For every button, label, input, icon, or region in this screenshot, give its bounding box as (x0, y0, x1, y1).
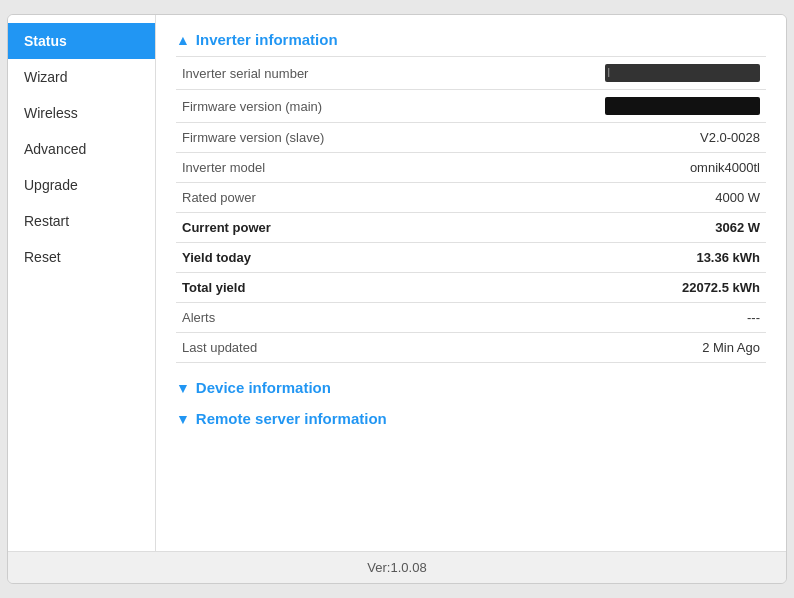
sidebar-item-status[interactable]: Status (8, 23, 155, 59)
table-row: Inverter serial number (176, 57, 766, 90)
table-row: Firmware version (main) (176, 90, 766, 123)
sidebar-item-reset[interactable]: Reset (8, 239, 155, 275)
sidebar-item-advanced[interactable]: Advanced (8, 131, 155, 167)
app-window: Status Wizard Wireless Advanced Upgrade … (7, 14, 787, 584)
sidebar-item-wizard[interactable]: Wizard (8, 59, 155, 95)
redacted-serial (605, 64, 760, 82)
table-row: Alerts --- (176, 303, 766, 333)
table-row: Last updated 2 Min Ago (176, 333, 766, 363)
chevron-down-icon-2: ▼ (176, 411, 190, 427)
table-row: Firmware version (slave) V2.0-0028 (176, 123, 766, 153)
redacted-firmware-main (605, 97, 760, 115)
sidebar-item-restart[interactable]: Restart (8, 203, 155, 239)
table-row: Total yield 22072.5 kWh (176, 273, 766, 303)
sidebar: Status Wizard Wireless Advanced Upgrade … (8, 15, 156, 551)
chevron-down-icon: ▼ (176, 380, 190, 396)
footer: Ver:1.0.08 (8, 551, 786, 583)
chevron-up-icon: ▲ (176, 32, 190, 48)
main-layout: Status Wizard Wireless Advanced Upgrade … (8, 15, 786, 551)
remote-section-header[interactable]: ▼ Remote server information (176, 410, 766, 427)
version-label: Ver:1.0.08 (367, 560, 426, 575)
device-section: ▼ Device information (176, 379, 766, 396)
sidebar-item-wireless[interactable]: Wireless (8, 95, 155, 131)
inverter-info-table: Inverter serial number Firmware version … (176, 56, 766, 363)
table-row: Current power 3062 W (176, 213, 766, 243)
table-row: Inverter model omnik4000tl (176, 153, 766, 183)
table-row: Yield today 13.36 kWh (176, 243, 766, 273)
remote-section: ▼ Remote server information (176, 410, 766, 427)
table-row: Rated power 4000 W (176, 183, 766, 213)
device-section-header[interactable]: ▼ Device information (176, 379, 766, 396)
main-panel: ▲ Inverter information Inverter serial n… (156, 15, 786, 551)
sidebar-item-upgrade[interactable]: Upgrade (8, 167, 155, 203)
inverter-section-header[interactable]: ▲ Inverter information (176, 31, 766, 48)
